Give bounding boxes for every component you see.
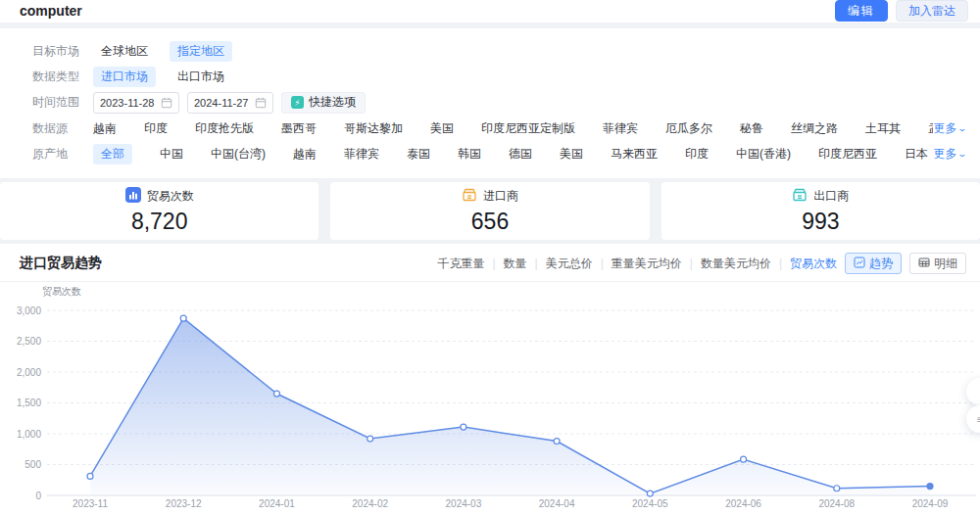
stat-label: 贸易次数 xyxy=(147,188,194,205)
data-point[interactable] xyxy=(647,491,653,496)
x-tick-label: 2024-06 xyxy=(725,498,761,509)
origin-item[interactable]: 中国(香港) xyxy=(736,144,791,164)
origin-item[interactable]: 韩国 xyxy=(458,144,481,164)
trend-title: 进口贸易趋势 xyxy=(20,255,102,272)
start-date-input[interactable] xyxy=(93,92,179,114)
filter-row-label: 数据类型 xyxy=(32,69,93,85)
x-tick-label: 2023-11 xyxy=(73,498,108,509)
y-tick-label: 2,500 xyxy=(17,336,41,347)
x-tick-label: 2024-08 xyxy=(818,498,855,509)
data-source-item[interactable]: 越南 xyxy=(93,118,117,139)
origin-item[interactable]: 越南 xyxy=(293,144,317,164)
separator: | xyxy=(535,257,538,270)
filter-option[interactable]: 出口市场 xyxy=(170,67,232,87)
origin-more-link[interactable]: 更多⌄ xyxy=(933,146,966,163)
filter-option[interactable]: 进口市场 xyxy=(93,67,156,87)
table-icon xyxy=(918,257,930,271)
filter-option[interactable]: 全球地区 xyxy=(93,41,156,62)
y-tick-label: 0 xyxy=(35,491,41,501)
area-chart: 贸易次数05001,0001,5002,0002,5003,0002023-11… xyxy=(0,282,980,512)
add-to-radar-button[interactable]: 加入雷达 xyxy=(896,0,968,22)
origin-label: 原产地 xyxy=(32,146,93,163)
end-date-input[interactable] xyxy=(187,92,273,114)
x-tick-label: 2024-04 xyxy=(539,498,575,509)
data-point[interactable] xyxy=(87,473,93,479)
x-tick-label: 2024-05 xyxy=(632,498,668,509)
filter-row-label: 目标市场 xyxy=(32,43,93,60)
data-source-item[interactable]: 印度抢先版 xyxy=(195,118,254,139)
data-point[interactable] xyxy=(741,456,747,462)
stat-cards-row: 贸易次数 8,720 进口商 656 出口商 993 xyxy=(0,182,980,240)
y-axis-title: 贸易次数 xyxy=(42,286,81,297)
data-point[interactable] xyxy=(461,424,466,430)
top-bar: computer 编辑 加入雷达 xyxy=(0,0,980,23)
metric-option[interactable]: 重量美元均价 xyxy=(612,256,682,272)
origin-item[interactable]: 印度尼西亚 xyxy=(818,144,877,164)
metric-option[interactable]: 贸易次数 xyxy=(790,256,837,272)
page-title: computer xyxy=(20,3,82,19)
stat-card-0: 贸易次数 8,720 xyxy=(0,182,318,240)
y-tick-label: 3,000 xyxy=(17,305,41,316)
bar-chart-icon xyxy=(125,187,141,206)
data-source-item[interactable]: 美国 xyxy=(430,118,454,139)
origin-item[interactable]: 全部 xyxy=(93,144,132,164)
stat-value: 656 xyxy=(471,209,509,235)
origin-item[interactable]: 印度 xyxy=(685,144,709,164)
stat-card-1: 进口商 656 xyxy=(330,182,649,240)
metric-option[interactable]: 千克重量 xyxy=(437,256,484,272)
data-source-item[interactable]: 秘鲁 xyxy=(740,118,763,139)
trade-dashboard-page: computer 编辑 加入雷达 目标市场全球地区指定地区数据类型进口市场出口市… xyxy=(0,0,980,515)
data-point[interactable] xyxy=(368,436,373,442)
filter-row-0: 目标市场全球地区指定地区 xyxy=(32,41,966,62)
filter-option[interactable]: 指定地区 xyxy=(170,41,232,62)
x-tick-label: 2024-03 xyxy=(446,498,482,509)
data-source-item[interactable]: 哥斯达黎加 xyxy=(344,118,403,139)
y-tick-label: 1,500 xyxy=(17,398,41,408)
quick-options-button[interactable]: ⚡ 快捷选项 xyxy=(281,92,366,114)
data-source-item[interactable]: 丝绸之路 xyxy=(791,118,838,139)
stat-card-2: 出口商 993 xyxy=(662,182,980,240)
separator: | xyxy=(492,257,495,270)
data-source-item[interactable]: 印度 xyxy=(144,118,168,139)
trend-chart: 贸易次数05001,0001,5002,0002,5003,0002023-11… xyxy=(0,282,980,515)
origin-item[interactable]: 泰国 xyxy=(407,144,430,164)
chevron-down-icon: ⌄ xyxy=(957,123,968,133)
separator: | xyxy=(779,257,782,270)
stat-label: 出口商 xyxy=(813,188,849,205)
origin-item[interactable]: 德国 xyxy=(509,144,532,164)
edit-button[interactable]: 编辑 xyxy=(835,0,888,22)
trend-section: 进口贸易趋势 千克重量|数量|美元总价|重量美元均价|数量美元均价|贸易次数趋势… xyxy=(0,244,980,515)
origin-item[interactable]: 中国(台湾) xyxy=(211,144,266,164)
data-source-item[interactable]: 印度尼西亚定制版 xyxy=(481,118,575,139)
data-point[interactable] xyxy=(834,486,840,492)
origin-item[interactable]: 日本 xyxy=(905,144,928,164)
data-source-more-link[interactable]: 更多⌄ xyxy=(933,120,966,137)
metric-option[interactable]: 数量美元均价 xyxy=(701,256,771,272)
data-source-item[interactable]: 厄瓜多尔 xyxy=(665,118,712,139)
metric-option[interactable]: 数量 xyxy=(504,256,527,272)
y-tick-label: 2,000 xyxy=(17,367,41,378)
stat-label: 进口商 xyxy=(483,188,518,205)
origin-item[interactable]: 菲律宾 xyxy=(344,144,379,164)
chevron-down-icon: ⌄ xyxy=(957,149,968,159)
origin-row: 原产地 全部中国中国(台湾)越南菲律宾泰国韩国德国美国马来西亚印度中国(香港)印… xyxy=(32,144,966,164)
data-point[interactable] xyxy=(180,315,186,321)
origin-item[interactable]: 中国 xyxy=(160,144,183,164)
data-point[interactable] xyxy=(554,439,560,445)
trend-icon xyxy=(854,257,865,271)
data-source-item[interactable]: 菲律宾 xyxy=(603,118,638,139)
data-point[interactable] xyxy=(927,484,933,490)
filter-panel: 目标市场全球地区指定地区数据类型进口市场出口市场 时间范围 ⚡ 快捷选项 数据源… xyxy=(0,28,980,178)
data-point[interactable] xyxy=(273,391,279,397)
data-source-label: 数据源 xyxy=(32,120,93,137)
origin-item[interactable]: 马来西亚 xyxy=(611,144,658,164)
data-source-item[interactable]: 土耳其 xyxy=(865,118,901,139)
view-button-趋势[interactable]: 趋势 xyxy=(845,253,902,274)
time-range-label: 时间范围 xyxy=(32,94,93,111)
x-tick-label: 2024-01 xyxy=(259,498,295,509)
origin-item[interactable]: 美国 xyxy=(560,144,583,164)
view-button-明细[interactable]: 明细 xyxy=(909,253,966,274)
metric-option[interactable]: 美元总价 xyxy=(546,256,593,272)
data-source-item[interactable]: 墨西哥 xyxy=(281,118,317,139)
calendar-icon xyxy=(255,97,267,109)
